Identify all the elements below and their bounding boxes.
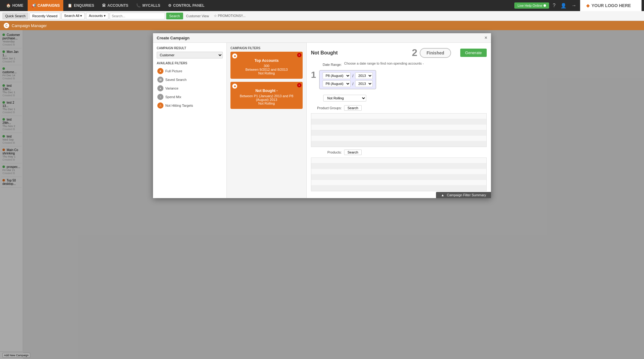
filter-summary-arrow: ▲: [441, 193, 444, 197]
card1-title: Top Accounts: [234, 58, 299, 63]
product-row: [311, 185, 486, 191]
to-month-select[interactable]: P8 (August): [323, 80, 351, 87]
not-hitting-targets-label: Not Hitting Targets: [165, 104, 193, 107]
date-range-label: Date Range:: [311, 63, 342, 66]
filter-full-picture[interactable]: ● Full Picture: [157, 67, 223, 75]
card2-detail: Between P1 (January) 2013 and P8 (August…: [234, 94, 299, 102]
product-group-row: [311, 114, 486, 119]
accounts-filter-arrow: ▾: [104, 14, 106, 18]
accounts-filter-button[interactable]: Accounts ▾: [86, 13, 108, 19]
card2-remove-button[interactable]: ×: [297, 83, 301, 87]
exit-button[interactable]: →: [570, 2, 578, 10]
rolling-row: Not Rolling: [311, 95, 487, 102]
spend-mix-label: Spend Mix: [165, 95, 181, 99]
accounts-icon: 🏛: [102, 3, 106, 8]
full-picture-icon: ●: [157, 68, 163, 74]
campaign-result-select[interactable]: Customer: [157, 52, 223, 58]
from-month-select[interactable]: P8 (August): [323, 72, 351, 79]
products-list: [311, 158, 487, 191]
step1-number: 1: [311, 70, 316, 79]
card2-title: Not Bought -: [234, 89, 299, 93]
card1-subtitle: 300: [234, 64, 299, 68]
nav-mycalls[interactable]: 📞 MYCALLS: [132, 0, 164, 11]
search-all-label: Search All: [64, 14, 80, 18]
product-row: [311, 158, 486, 163]
logo-text: YOUR LOGO HERE: [591, 3, 631, 8]
variance-label: Variance: [165, 86, 179, 90]
search-input[interactable]: [110, 13, 165, 19]
filter-variance[interactable]: ● Variance: [157, 84, 223, 93]
create-campaign-modal: Create Campaign × CAMPAIGN RESULT Custom…: [153, 33, 491, 198]
card2-icon: ◆: [232, 84, 237, 89]
not-bought-title: Not Bought: [311, 50, 338, 56]
date-slash-1: /: [352, 74, 354, 78]
date-from-row: P8 (August) / 2013: [323, 72, 373, 79]
main-area: Customerpurchase... Yesterday Created B …: [0, 30, 644, 359]
nav-control-panel-label: CONTROL PANEL: [173, 3, 204, 8]
nav-accounts[interactable]: 🏛 ACCOUNTS: [98, 0, 132, 11]
products-row: Products: Search: [311, 150, 487, 155]
to-year-select[interactable]: 2013: [355, 80, 373, 87]
product-group-row: [311, 136, 486, 141]
customer-view-link[interactable]: Customer View: [184, 14, 211, 18]
help-button[interactable]: ?: [552, 2, 557, 10]
saved-search-label: Saved Search: [165, 78, 187, 82]
control-panel-icon: ⚙: [168, 3, 171, 8]
card2-footer: Not Rolling: [234, 102, 299, 105]
nav-control-panel[interactable]: ⚙ CONTROL PANEL: [164, 0, 208, 11]
card1-icon: ◆: [232, 54, 237, 58]
product-row: [311, 169, 486, 174]
home-icon: 🏠: [6, 3, 11, 8]
search-all-button[interactable]: Search All ▾: [61, 13, 85, 19]
spend-mix-icon: ▪: [157, 94, 163, 100]
enquiries-icon: 📋: [68, 3, 72, 8]
not-hitting-targets-icon: ⚠: [157, 102, 163, 109]
mycalls-icon: 📞: [136, 3, 141, 8]
step2-number: 2: [412, 47, 417, 58]
product-row: [311, 174, 486, 180]
nav-enquiries[interactable]: 📋 ENQUIRIES: [64, 0, 98, 11]
card1-remove-button[interactable]: ×: [297, 53, 301, 57]
filter-saved-search[interactable]: 🏛 Saved Search: [157, 75, 223, 84]
product-groups-search-button[interactable]: Search: [344, 105, 362, 111]
campaigns-icon: 📢: [31, 3, 36, 8]
live-help-indicator: [544, 4, 546, 7]
filter-summary-bar[interactable]: ▲ Campaign Filter Summary: [436, 192, 491, 198]
full-picture-label: Full Picture: [165, 69, 182, 73]
live-help-button[interactable]: Live Help Online: [514, 2, 549, 9]
modal-header: Create Campaign ×: [153, 33, 491, 43]
modal-title: Create Campaign: [157, 36, 190, 40]
modal-overlay: Create Campaign × CAMPAIGN RESULT Custom…: [0, 30, 644, 359]
modal-close-button[interactable]: ×: [485, 35, 487, 41]
user-button[interactable]: 👤: [559, 2, 568, 10]
campaign-result-label: CAMPAIGN RESULT: [157, 46, 223, 50]
campaign-bar-icon: C: [4, 23, 9, 28]
quick-search-button[interactable]: Quick Search: [2, 13, 28, 19]
product-groups-label: Product Groups:: [311, 106, 342, 110]
product-row: [311, 180, 486, 185]
nav-home[interactable]: 🏠 HOME: [2, 0, 27, 11]
filter-spend-mix[interactable]: ▪ Spend Mix: [157, 93, 223, 101]
recently-viewed-button[interactable]: Recently Viewed: [29, 13, 60, 19]
rolling-select[interactable]: Not Rolling: [323, 95, 366, 102]
from-year-select[interactable]: 2013: [355, 72, 373, 79]
filter-not-hitting-targets[interactable]: ⚠ Not Hitting Targets: [157, 101, 223, 110]
nav-campaigns-label: CAMPAIGNS: [37, 3, 60, 8]
accounts-filter-label: Accounts: [89, 14, 103, 18]
campaign-bar-title: Campaign Manager: [12, 23, 47, 28]
date-to-row: P8 (August) / 2013: [323, 80, 373, 87]
product-group-row: [311, 119, 486, 125]
products-search-button[interactable]: Search: [344, 150, 362, 155]
promotions-link[interactable]: ☆ PROMOTIONS!!...: [212, 14, 248, 18]
search-button[interactable]: Search: [166, 13, 183, 19]
product-row: [311, 163, 486, 169]
saved-search-icon: 🏛: [157, 77, 163, 83]
generate-button[interactable]: Generate: [460, 49, 487, 57]
nav-campaigns[interactable]: 📢 CAMPAIGNS: [28, 0, 63, 11]
campaign-card-2: ◆ × Not Bought - Between P1 (January) 20…: [230, 82, 303, 109]
modal-middle-panel: CAMPAIGN FILTERS ◆ × Top Accounts 300 Be…: [227, 43, 307, 198]
products-label: Products:: [311, 150, 342, 154]
modal-right-panel: Not Bought 2 Finished Generate: [307, 43, 491, 198]
toolbar: Quick Search Recently Viewed Search All …: [0, 11, 644, 21]
top-navigation: 🏠 HOME 📢 CAMPAIGNS 📋 ENQUIRIES 🏛 ACCOUNT…: [0, 0, 644, 11]
